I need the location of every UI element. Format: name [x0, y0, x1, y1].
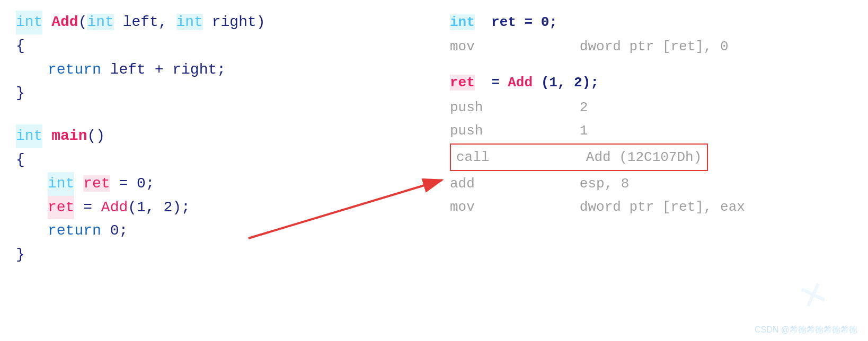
- asm-line-call: call Add (12C107Dh): [450, 143, 852, 171]
- code-line-brace4: }: [16, 243, 418, 267]
- asm-mnemonic-push2: push: [450, 96, 513, 119]
- open-brace-1: {: [16, 34, 25, 58]
- code-line-brace3: {: [16, 148, 418, 172]
- source-code-panel: int Add(int left, int right) { return le…: [16, 11, 418, 330]
- asm-operand-push2: 2: [513, 96, 588, 119]
- asm-c-text-1: ret = 0;: [483, 14, 557, 30]
- code-return-expr: left + right;: [101, 58, 226, 82]
- gap-1: [16, 105, 418, 124]
- asm-operand-mov1: dword ptr [ret], 0: [513, 35, 729, 58]
- code-main-sig: main(): [42, 124, 105, 148]
- asm-c-label-1: int ret = 0;: [450, 11, 852, 34]
- code-line-ret-assign: ret = Add(1, 2);: [16, 196, 418, 220]
- asm-operand-add: esp, 8: [513, 172, 629, 195]
- keyword-return-1: return: [48, 58, 101, 82]
- keyword-int-2: int: [16, 124, 42, 148]
- asm-operand-call: Add (12C107Dh): [520, 146, 702, 169]
- code-line-main-header: int main(): [16, 124, 418, 148]
- code-ret-decl: ret = 0;: [74, 172, 154, 196]
- close-brace-1: }: [16, 82, 25, 105]
- keyword-int-1: int: [16, 11, 42, 34]
- asm-line-mov2: mov dword ptr [ret], eax: [450, 195, 852, 219]
- assembly-panel: int ret = 0; mov dword ptr [ret], 0 ret …: [450, 11, 852, 330]
- code-line-int-ret: int ret = 0;: [16, 172, 418, 196]
- asm-c-label-2: ret = Add (1, 2);: [450, 71, 852, 94]
- asm-line-add: add esp, 8: [450, 172, 852, 195]
- asm-kw-int: int: [450, 14, 475, 30]
- code-add-call: = Add(1, 2);: [74, 196, 190, 220]
- close-brace-2: }: [16, 243, 25, 267]
- code-line-return-zero: return 0;: [16, 219, 418, 243]
- asm-c-text-3: (1, 2);: [541, 75, 599, 91]
- asm-mnemonic-add: add: [450, 172, 513, 195]
- code-line-return: return left + right;: [16, 58, 418, 82]
- code-return-zero: 0;: [101, 219, 128, 243]
- code-line-add-header: int Add(int left, int right): [16, 11, 418, 34]
- asm-c-text-2: =: [483, 75, 508, 91]
- open-brace-2: {: [16, 148, 25, 172]
- code-line-brace1: {: [16, 34, 418, 58]
- asm-mnemonic-mov2: mov: [450, 195, 513, 219]
- keyword-int-3: int: [48, 172, 74, 196]
- asm-c-add-highlight: Add: [508, 75, 533, 91]
- code-add-sig: Add(int left, int right): [42, 11, 265, 34]
- asm-call-box: call Add (12C107Dh): [450, 143, 708, 171]
- asm-mnemonic-push1: push: [450, 119, 513, 142]
- asm-c-ret-highlight: ret: [450, 75, 475, 91]
- asm-operand-mov2: dword ptr [ret], eax: [513, 195, 745, 219]
- asm-line-push1: push 1: [450, 119, 852, 142]
- asm-operand-push1: 1: [513, 119, 588, 142]
- asm-line-push2: push 2: [450, 96, 852, 119]
- asm-line-mov1: mov dword ptr [ret], 0: [450, 35, 852, 58]
- main-container: int Add(int left, int right) { return le…: [0, 0, 868, 341]
- watermark-text: CSDN @希德希德希德希德: [755, 325, 857, 336]
- asm-mnemonic-mov1: mov: [450, 35, 513, 58]
- asm-mnemonic-call: call: [456, 146, 520, 169]
- code-line-brace2: }: [16, 82, 418, 105]
- keyword-return-2: return: [48, 219, 101, 243]
- code-ret-highlight: ret: [48, 196, 74, 220]
